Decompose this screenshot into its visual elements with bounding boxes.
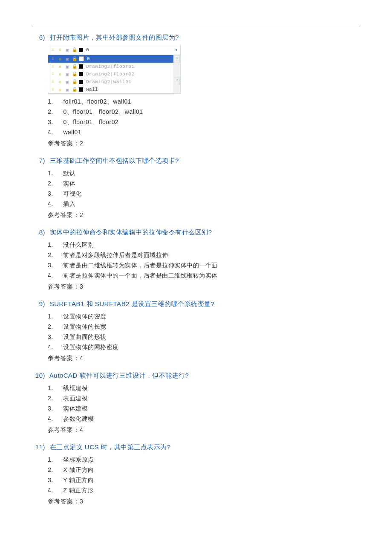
option: 1. 没什么区别 xyxy=(48,240,359,250)
option-number: 1. xyxy=(48,383,55,393)
option-number: 1. xyxy=(48,240,55,250)
layer-row[interactable]: ♀ ☼ ▣ 🔓 Drawing2|floor02 xyxy=(48,70,173,78)
option-text: Z 轴正方形 xyxy=(63,487,93,494)
answer-line: 参考答案：3 xyxy=(48,496,359,506)
option: 1. 设置物体的密度 xyxy=(48,311,359,321)
bulb-icon: ♀ xyxy=(50,87,56,92)
option: 1. follr01、floor02、wall01 xyxy=(48,96,359,107)
layer-name: 0 xyxy=(86,47,89,52)
option-number: 1. xyxy=(48,311,55,321)
question: 9) SURFTAB1 和 SURFTAB2 是设置三维的哪个系统变量? 1. … xyxy=(33,299,359,363)
option: 3. 可视化 xyxy=(48,188,359,199)
scroll-up-icon[interactable]: ˄ xyxy=(174,55,180,63)
question-number: 11) xyxy=(33,442,45,452)
layer-name: Drawing2|floor01 xyxy=(86,64,135,69)
option-text: 0、floor01、floor02、wall01 xyxy=(63,108,143,115)
option-text: 前者是对多段线拉伸后者是对面域拉伸 xyxy=(63,251,168,258)
option: 2. X 轴正方向 xyxy=(48,465,359,475)
lock-icon: 🔓 xyxy=(72,56,78,62)
option-number: 4. xyxy=(48,342,55,352)
layer-dropdown[interactable]: ♀ ☼ ▣ 🔓 0 ▾ ♀ ☼ ▣ 🔓 0 ♀ ☼ ▣ 🔓 xyxy=(48,45,181,94)
answer-label: 参考答案： xyxy=(48,283,80,290)
question-number: 7) xyxy=(33,156,45,165)
option-text: 0、floor01、floor02 xyxy=(63,119,118,125)
question: 11) 在三点定义 UCS 时，其中第三点表示为? 1. 坐标系原点 2. X … xyxy=(33,442,359,506)
layer-name: wall xyxy=(86,87,98,92)
option-number: 2. xyxy=(48,178,55,188)
scroll-down-icon[interactable]: ˅ xyxy=(174,78,180,85)
layer-name: Drawing2|wall01 xyxy=(86,79,132,84)
option: 4. 设置物体的网格密度 xyxy=(48,342,359,352)
question-number: 10) xyxy=(33,371,45,380)
option-number: 3. xyxy=(48,332,55,342)
option-number: 4. xyxy=(48,270,55,280)
answer-value: 2 xyxy=(80,211,84,218)
layer-row[interactable]: ♀ ☼ ▣ 🔓 Drawing2|wall01 xyxy=(48,78,173,86)
answer-line: 参考答案：2 xyxy=(48,138,359,148)
sun-icon: ☼ xyxy=(57,79,63,85)
option-text: 前者是由二维线框转为实体，后者是拉伸实体中的一个面 xyxy=(63,262,218,269)
sun-icon: ☼ xyxy=(57,56,63,62)
layer-dropdown-header[interactable]: ♀ ☼ ▣ 🔓 0 ▾ xyxy=(48,45,180,55)
option-number: 3. xyxy=(48,403,55,413)
option-number: 2. xyxy=(48,393,55,403)
option-list: 1. follr01、floor02、wall01 2. 0、floor01、f… xyxy=(48,96,359,137)
option: 4. 参数化建模 xyxy=(48,413,359,424)
option-text: follr01、floor02、wall01 xyxy=(63,98,131,105)
question-text: 实体中的拉伸命令和实体编辑中的拉伸命令有什么区别? xyxy=(50,228,212,236)
option-number: 1. xyxy=(48,168,55,178)
question: 8) 实体中的拉伸命令和实体编辑中的拉伸命令有什么区别? 1. 没什么区别 2.… xyxy=(33,228,359,292)
option-number: 4. xyxy=(48,199,55,209)
layer-row[interactable]: ♀ ☼ ▣ 🔓 Drawing2|floor01 xyxy=(48,63,173,70)
question: 10) AutoCAD 软件可以进行三维设计，但不能进行? 1. 线框建模 2.… xyxy=(33,371,359,435)
chevron-down-icon[interactable]: ▾ xyxy=(175,47,179,53)
option: 2. 表面建模 xyxy=(48,393,359,403)
option-number: 2. xyxy=(48,250,55,260)
lock-icon: 🔓 xyxy=(72,87,78,92)
answer-value: 2 xyxy=(80,140,84,147)
question-text: 三维基础工作空间中不包括以下哪个选项卡? xyxy=(50,157,179,164)
sun-icon: ☼ xyxy=(57,47,63,53)
answer-label: 参考答案： xyxy=(48,426,80,433)
question-title: 8) 实体中的拉伸命令和实体编辑中的拉伸命令有什么区别? xyxy=(33,228,359,237)
question-number: 8) xyxy=(33,228,45,237)
option-number: 2. xyxy=(48,107,55,117)
lock-icon: 🔓 xyxy=(72,71,78,77)
question: 6) 打开附带图片，其中外部参照文件的图层为? ♀ ☼ ▣ 🔓 0 ▾ ♀ ☼ … xyxy=(33,33,359,148)
freeze-icon: ▣ xyxy=(64,64,70,69)
bulb-icon: ♀ xyxy=(50,79,56,85)
option-text: wall01 xyxy=(63,129,81,136)
option-number: 3. xyxy=(48,117,55,127)
option-text: 前者是拉伸实体中的一个面，后者是由二维线框转为实体 xyxy=(63,272,218,279)
option-list: 1. 设置物体的密度 2. 设置物体的长宽 3. 设置曲面的形状 4. 设置物体… xyxy=(48,311,359,352)
question-text: AutoCAD 软件可以进行三维设计，但不能进行? xyxy=(49,372,189,379)
option: 4. 前者是拉伸实体中的一个面，后者是由二维线框转为实体 xyxy=(48,270,359,280)
option-number: 1. xyxy=(48,96,55,107)
option-text: 默认 xyxy=(63,170,75,176)
option-number: 3. xyxy=(48,188,55,199)
question-title: 10) AutoCAD 软件可以进行三维设计，但不能进行? xyxy=(33,371,359,380)
option-text: X 轴正方向 xyxy=(63,466,94,473)
option: 3. 实体建模 xyxy=(48,403,359,413)
answer-line: 参考答案：2 xyxy=(48,210,359,220)
sun-icon: ☼ xyxy=(57,87,63,92)
option-text: 实体 xyxy=(63,180,75,187)
option: 3. Y 轴正方向 xyxy=(48,475,359,485)
option: 3. 设置曲面的形状 xyxy=(48,332,359,342)
answer-line: 参考答案：4 xyxy=(48,353,359,363)
scrollbar[interactable]: ˄ ˅ xyxy=(173,55,180,93)
option-text: 设置物体的密度 xyxy=(63,313,107,320)
option-list: 1. 坐标系原点 2. X 轴正方向 3. Y 轴正方向 4. Z 轴正方形 xyxy=(48,454,359,495)
option-text: 参数化建模 xyxy=(63,415,94,422)
option: 4. wall01 xyxy=(48,127,359,137)
answer-label: 参考答案： xyxy=(48,211,80,218)
answer-value: 3 xyxy=(80,498,84,505)
option: 2. 实体 xyxy=(48,178,359,188)
layer-row[interactable]: ♀ ☼ ▣ 🔓 wall xyxy=(48,86,173,93)
option-number: 3. xyxy=(48,260,55,270)
option-number: 1. xyxy=(48,454,55,465)
option-text: 表面建模 xyxy=(63,395,88,402)
layer-row[interactable]: ♀ ☼ ▣ 🔓 0 xyxy=(48,55,173,63)
option-text: 设置物体的长宽 xyxy=(63,323,107,330)
option-number: 2. xyxy=(48,465,55,475)
